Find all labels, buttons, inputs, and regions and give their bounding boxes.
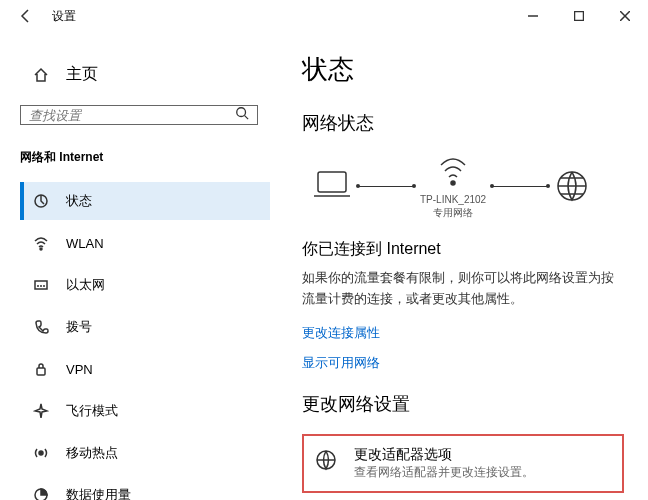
nav-label: 数据使用量	[66, 486, 131, 500]
home-nav[interactable]: 主页	[20, 56, 270, 93]
network-diagram: TP-LINK_2102 专用网络	[302, 153, 624, 219]
sidebar-item-ethernet[interactable]: 以太网	[20, 266, 270, 304]
router-node: TP-LINK_2102 专用网络	[420, 153, 486, 219]
connection-line	[358, 186, 414, 187]
svg-rect-0	[575, 12, 584, 21]
connected-desc: 如果你的流量套餐有限制，则你可以将此网络设置为按流量计费的连接，或者更改其他属性…	[302, 268, 624, 310]
nav-label: 移动热点	[66, 444, 118, 462]
search-input[interactable]	[29, 108, 235, 123]
nav-label: 状态	[66, 192, 92, 210]
minimize-button[interactable]	[510, 0, 556, 32]
nav-label: VPN	[66, 362, 93, 377]
dialup-icon	[32, 318, 50, 336]
close-button[interactable]	[602, 0, 648, 32]
sidebar-item-wlan[interactable]: WLAN	[20, 224, 270, 262]
search-box[interactable]	[20, 105, 258, 125]
link-connection-properties[interactable]: 更改连接属性	[302, 324, 624, 342]
network-status-title: 网络状态	[302, 111, 624, 135]
hotspot-icon	[32, 444, 50, 462]
nav-label: 飞行模式	[66, 402, 118, 420]
setting-sharing-options[interactable]: 共享选项 根据所连接到的网络，决定要共享的内容。	[302, 493, 624, 500]
sidebar-item-status[interactable]: 状态	[20, 182, 270, 220]
wifi-icon	[32, 234, 50, 252]
page-title: 状态	[302, 52, 624, 87]
datausage-icon	[32, 486, 50, 500]
sidebar-item-hotspot[interactable]: 移动热点	[20, 434, 270, 472]
setting-label: 更改适配器选项	[354, 446, 534, 464]
nav-label: 拨号	[66, 318, 92, 336]
setting-desc: 查看网络适配器并更改连接设置。	[354, 464, 534, 481]
link-show-networks[interactable]: 显示可用网络	[302, 354, 624, 372]
device-node	[312, 168, 352, 204]
sidebar-item-vpn[interactable]: VPN	[20, 350, 270, 388]
svg-point-3	[40, 248, 42, 250]
ethernet-icon	[32, 276, 50, 294]
search-icon	[235, 106, 249, 124]
titlebar: 设置	[0, 0, 648, 32]
vpn-icon	[32, 360, 50, 378]
status-icon	[32, 192, 50, 210]
setting-text: 更改适配器选项 查看网络适配器并更改连接设置。	[354, 446, 534, 481]
window-controls	[510, 0, 648, 32]
internet-node	[554, 168, 590, 204]
adapter-icon	[312, 446, 340, 474]
sidebar-item-dialup[interactable]: 拨号	[20, 308, 270, 346]
router-label: TP-LINK_2102 专用网络	[420, 193, 486, 219]
airplane-icon	[32, 402, 50, 420]
setting-adapter-options[interactable]: 更改适配器选项 查看网络适配器并更改连接设置。	[302, 434, 624, 493]
home-icon	[32, 66, 50, 84]
connected-title: 你已连接到 Internet	[302, 239, 624, 260]
sidebar-item-airplane[interactable]: 飞行模式	[20, 392, 270, 430]
back-button[interactable]	[16, 6, 36, 26]
nav-label: WLAN	[66, 236, 104, 251]
globe-icon	[554, 168, 590, 204]
wifi-router-icon	[435, 153, 471, 189]
maximize-button[interactable]	[556, 0, 602, 32]
main-content: 状态 网络状态 TP-LINK_2102 专用网络 你已连接到 Internet…	[270, 32, 648, 500]
laptop-icon	[312, 168, 352, 204]
svg-rect-5	[37, 368, 45, 375]
svg-point-10	[451, 181, 455, 185]
connection-line	[492, 186, 548, 187]
window-title: 设置	[52, 8, 76, 25]
svg-point-6	[39, 451, 43, 455]
sidebar: 主页 网络和 Internet 状态 WLAN	[0, 32, 270, 500]
change-settings-title: 更改网络设置	[302, 392, 624, 416]
svg-rect-9	[318, 172, 346, 192]
svg-point-1	[237, 108, 246, 117]
titlebar-left: 设置	[16, 6, 76, 26]
sidebar-item-datausage[interactable]: 数据使用量	[20, 476, 270, 500]
nav-label: 以太网	[66, 276, 105, 294]
sidebar-category: 网络和 Internet	[20, 141, 270, 178]
body: 主页 网络和 Internet 状态 WLAN	[0, 32, 648, 500]
home-label: 主页	[66, 64, 98, 85]
